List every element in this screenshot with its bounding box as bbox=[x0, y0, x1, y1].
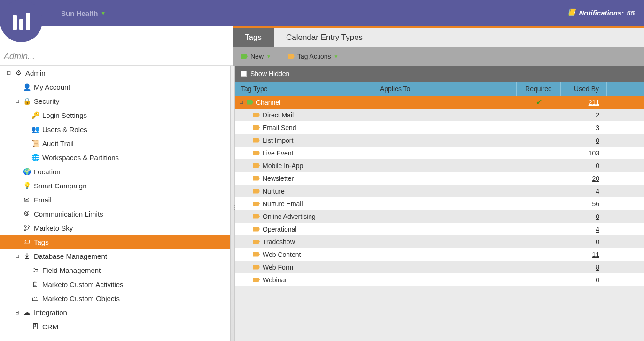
table-row[interactable]: Newsletter20 bbox=[233, 172, 644, 185]
tree-label: Workspaces & Partitions bbox=[42, 154, 119, 162]
table-row[interactable]: Tradeshow0 bbox=[233, 235, 644, 248]
tag-group-icon bbox=[247, 100, 253, 105]
chevron-down-icon: ▼ bbox=[334, 54, 339, 59]
app-logo[interactable] bbox=[0, 0, 42, 42]
tree-icon: 🌍 bbox=[23, 168, 31, 175]
table-row[interactable]: Webinar0 bbox=[233, 273, 644, 286]
org-name: Sun Health bbox=[61, 9, 98, 17]
usedby-link[interactable]: 0 bbox=[596, 238, 599, 246]
usedby-link[interactable]: 56 bbox=[592, 200, 599, 208]
pane-splitter[interactable] bbox=[230, 66, 235, 341]
sidebar-item-tags[interactable]: 🏷Tags bbox=[0, 235, 232, 249]
tab-tags[interactable]: Tags bbox=[233, 28, 274, 47]
notifications-label: Notifications: bbox=[579, 9, 624, 17]
sidebar-item-smart-campaign[interactable]: 💡Smart Campaign bbox=[0, 178, 232, 193]
table-row[interactable]: Nurture4 bbox=[233, 185, 644, 197]
sidebar-item-login-settings[interactable]: 🔑Login Settings bbox=[0, 108, 232, 122]
sidebar-item-marketo-sky[interactable]: 🕊Marketo Sky bbox=[0, 221, 232, 235]
tree-icon: ☁ bbox=[23, 309, 31, 316]
tree-icon: 🔒 bbox=[23, 97, 31, 105]
collapse-icon[interactable]: ⊟ bbox=[238, 99, 244, 105]
tree-label: Database Management bbox=[34, 252, 107, 260]
tree-expander[interactable]: ⊟ bbox=[6, 70, 11, 76]
tag-icon bbox=[253, 176, 260, 181]
usedby-link[interactable]: 11 bbox=[592, 251, 599, 258]
usedby-link[interactable]: 4 bbox=[596, 225, 599, 233]
usedby-link[interactable]: 0 bbox=[596, 276, 599, 284]
new-button[interactable]: New ▼ bbox=[241, 53, 271, 60]
sidebar-item-location[interactable]: 🌍Location bbox=[0, 164, 232, 178]
sidebar-item-admin[interactable]: ⊟⚙Admin bbox=[0, 66, 232, 80]
usedby-link[interactable]: 3 bbox=[596, 124, 599, 132]
sidebar-item-custom-objects[interactable]: 🗃Marketo Custom Objects bbox=[0, 291, 232, 305]
usedby-link[interactable]: 0 bbox=[596, 137, 599, 144]
tab-calendar-entry-types[interactable]: Calendar Entry Types bbox=[274, 28, 375, 47]
tree-icon: 🗃 bbox=[31, 294, 39, 302]
table-row[interactable]: Mobile In-App0 bbox=[233, 159, 644, 172]
tag-icon bbox=[253, 278, 260, 282]
tree-label: Marketo Custom Objects bbox=[42, 294, 120, 302]
table-row[interactable]: Web Form8 bbox=[233, 261, 644, 273]
org-switcher[interactable]: Sun Health ▼ bbox=[61, 9, 106, 17]
main-pane: TagsCalendar Entry Types New ▼ Tag Actio… bbox=[233, 26, 644, 341]
table-row[interactable]: Operational4 bbox=[233, 223, 644, 235]
tree-icon: 💡 bbox=[23, 182, 31, 189]
sidebar-item-db-mgmt[interactable]: ⊟🗄Database Management bbox=[0, 249, 232, 263]
tree-icon: 🗄 bbox=[31, 323, 39, 330]
tag-icon bbox=[253, 265, 260, 270]
usedby-link[interactable]: 20 bbox=[592, 175, 599, 182]
tree-label: CRM bbox=[42, 323, 58, 331]
usedby-link[interactable]: 0 bbox=[596, 213, 599, 220]
tree-icon: 🕊 bbox=[23, 224, 31, 232]
tree-expander[interactable]: ⊟ bbox=[14, 98, 20, 104]
tree-label: Field Management bbox=[42, 266, 101, 274]
new-tag-icon bbox=[241, 54, 248, 59]
tab-bar: TagsCalendar Entry Types bbox=[233, 26, 644, 47]
usedby-link[interactable]: 211 bbox=[589, 99, 599, 106]
sidebar-item-crm[interactable]: 🗄CRM bbox=[0, 319, 232, 333]
notifications-link[interactable]: 📒 Notifications: 55 bbox=[567, 8, 635, 17]
col-required[interactable]: Required bbox=[517, 82, 561, 96]
tree-icon: 🗂 bbox=[31, 266, 39, 274]
table-row[interactable]: Direct Mail2 bbox=[233, 108, 644, 121]
table-row[interactable]: Nurture Email56 bbox=[233, 197, 644, 210]
sidebar-item-security[interactable]: ⊟🔒Security bbox=[0, 94, 232, 108]
tree-label: Admin bbox=[25, 69, 46, 77]
tree-label: Security bbox=[34, 97, 59, 105]
usedby-link[interactable]: 8 bbox=[596, 264, 599, 271]
tree-label: Smart Campaign bbox=[34, 182, 87, 190]
usedby-link[interactable]: 103 bbox=[589, 149, 599, 157]
tree-icon: ✉ bbox=[23, 196, 31, 203]
sidebar-item-integration[interactable]: ⊟☁Integration bbox=[0, 305, 232, 319]
table-row[interactable]: Online Advertising0 bbox=[233, 210, 644, 223]
tree-icon: ＠ bbox=[23, 209, 31, 218]
col-used-by[interactable]: Used By bbox=[561, 82, 607, 96]
tree-label: Audit Trail bbox=[42, 140, 74, 147]
table-row[interactable]: Web Content11 bbox=[233, 248, 644, 261]
tree-expander[interactable]: ⊟ bbox=[14, 310, 20, 316]
usedby-link[interactable]: 4 bbox=[596, 187, 599, 195]
sidebar-item-field-mgmt[interactable]: 🗂Field Management bbox=[0, 263, 232, 277]
tree-expander[interactable]: ⊟ bbox=[14, 253, 20, 259]
usedby-link[interactable]: 0 bbox=[596, 162, 599, 170]
usedby-link[interactable]: 2 bbox=[596, 111, 599, 119]
col-applies[interactable]: Applies To bbox=[374, 82, 517, 96]
table-row[interactable]: Live Event103 bbox=[233, 147, 644, 159]
sidebar-item-custom-activities[interactable]: 🗓Marketo Custom Activities bbox=[0, 277, 232, 291]
show-hidden-checkbox[interactable] bbox=[241, 71, 247, 77]
sidebar-item-comm-limits[interactable]: ＠Communication Limits bbox=[0, 207, 232, 221]
tree-label: Integration bbox=[34, 309, 67, 317]
tag-actions-button[interactable]: Tag Actions ▼ bbox=[288, 53, 339, 60]
sidebar-item-audit-trail[interactable]: 📜Audit Trail bbox=[0, 136, 232, 150]
tag-name: Nurture bbox=[263, 187, 285, 195]
tag-name: Web Form bbox=[263, 264, 293, 271]
sidebar-item-my-account[interactable]: 👤My Account bbox=[0, 80, 232, 94]
sidebar-item-email[interactable]: ✉Email bbox=[0, 193, 232, 207]
tag-group-row[interactable]: ⊟ Channel ✔ 211 bbox=[233, 96, 644, 108]
sidebar-item-workspaces[interactable]: 🌐Workspaces & Partitions bbox=[0, 150, 232, 164]
table-row[interactable]: List Import0 bbox=[233, 134, 644, 147]
table-row[interactable]: Email Send3 bbox=[233, 121, 644, 134]
col-tag-type[interactable]: Tag Type bbox=[233, 82, 374, 96]
tree-icon: 👤 bbox=[23, 83, 31, 91]
sidebar-item-users-roles[interactable]: 👥Users & Roles bbox=[0, 122, 232, 136]
